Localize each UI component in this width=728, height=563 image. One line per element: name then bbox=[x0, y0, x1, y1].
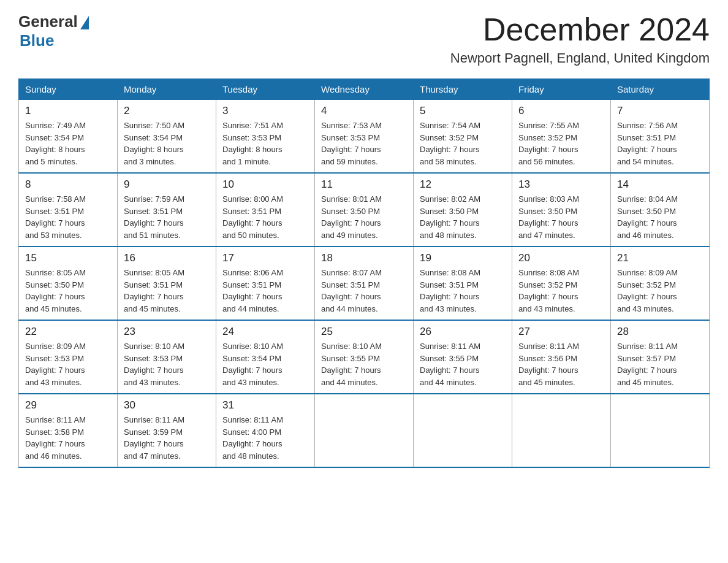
day-number: 20 bbox=[518, 252, 604, 264]
calendar-cell: 19 Sunrise: 8:08 AMSunset: 3:51 PMDaylig… bbox=[414, 247, 512, 320]
day-info: Sunrise: 7:58 AMSunset: 3:51 PMDaylight:… bbox=[25, 194, 86, 240]
column-header-sunday: Sunday bbox=[19, 79, 118, 100]
calendar-week-2: 8 Sunrise: 7:58 AMSunset: 3:51 PMDayligh… bbox=[19, 173, 710, 247]
calendar-cell bbox=[315, 394, 414, 467]
calendar-cell: 8 Sunrise: 7:58 AMSunset: 3:51 PMDayligh… bbox=[19, 173, 118, 247]
day-info: Sunrise: 8:07 AMSunset: 3:51 PMDaylight:… bbox=[321, 268, 382, 313]
day-info: Sunrise: 7:53 AMSunset: 3:53 PMDaylight:… bbox=[321, 121, 382, 166]
day-number: 3 bbox=[222, 105, 308, 117]
logo-triangle-icon bbox=[80, 16, 89, 29]
calendar-cell bbox=[512, 394, 611, 467]
day-info: Sunrise: 8:06 AMSunset: 3:51 PMDaylight:… bbox=[222, 268, 283, 313]
day-number: 19 bbox=[420, 252, 506, 264]
day-number: 13 bbox=[518, 178, 604, 191]
column-header-monday: Monday bbox=[118, 79, 216, 100]
calendar-cell: 6 Sunrise: 7:55 AMSunset: 3:52 PMDayligh… bbox=[512, 100, 611, 174]
day-number: 10 bbox=[222, 178, 308, 191]
day-number: 27 bbox=[518, 326, 604, 338]
day-info: Sunrise: 7:49 AMSunset: 3:54 PMDaylight:… bbox=[25, 121, 86, 166]
calendar-cell: 14 Sunrise: 8:04 AMSunset: 3:50 PMDaylig… bbox=[611, 173, 710, 247]
day-info: Sunrise: 8:03 AMSunset: 3:50 PMDaylight:… bbox=[518, 194, 579, 240]
day-info: Sunrise: 8:11 AMSunset: 4:00 PMDaylight:… bbox=[222, 415, 283, 461]
calendar-cell: 13 Sunrise: 8:03 AMSunset: 3:50 PMDaylig… bbox=[512, 173, 611, 247]
calendar-cell: 23 Sunrise: 8:10 AMSunset: 3:53 PMDaylig… bbox=[118, 320, 216, 394]
day-number: 12 bbox=[420, 178, 506, 191]
logo: General Blue bbox=[18, 12, 89, 50]
day-info: Sunrise: 8:11 AMSunset: 3:55 PMDaylight:… bbox=[420, 342, 480, 387]
day-number: 7 bbox=[617, 105, 703, 117]
calendar-cell: 5 Sunrise: 7:54 AMSunset: 3:52 PMDayligh… bbox=[414, 100, 512, 174]
calendar-cell: 7 Sunrise: 7:56 AMSunset: 3:51 PMDayligh… bbox=[611, 100, 710, 174]
day-number: 28 bbox=[617, 326, 703, 338]
column-header-saturday: Saturday bbox=[611, 79, 710, 100]
day-number: 30 bbox=[124, 399, 210, 412]
calendar-cell: 26 Sunrise: 8:11 AMSunset: 3:55 PMDaylig… bbox=[414, 320, 512, 394]
day-info: Sunrise: 8:11 AMSunset: 3:58 PMDaylight:… bbox=[25, 415, 86, 461]
day-info: Sunrise: 7:59 AMSunset: 3:51 PMDaylight:… bbox=[124, 194, 184, 240]
day-number: 6 bbox=[518, 105, 604, 117]
day-number: 31 bbox=[222, 399, 308, 412]
header-row: SundayMondayTuesdayWednesdayThursdayFrid… bbox=[19, 79, 710, 100]
day-number: 8 bbox=[25, 178, 111, 191]
calendar-week-5: 29 Sunrise: 8:11 AMSunset: 3:58 PMDaylig… bbox=[19, 394, 710, 467]
calendar-week-4: 22 Sunrise: 8:09 AMSunset: 3:53 PMDaylig… bbox=[19, 320, 710, 394]
day-info: Sunrise: 7:50 AMSunset: 3:54 PMDaylight:… bbox=[124, 121, 184, 166]
title-section: December 2024 Newport Pagnell, England, … bbox=[450, 12, 710, 66]
day-info: Sunrise: 8:05 AMSunset: 3:50 PMDaylight:… bbox=[25, 268, 86, 313]
column-header-tuesday: Tuesday bbox=[216, 79, 315, 100]
day-number: 9 bbox=[124, 178, 210, 191]
calendar-cell: 16 Sunrise: 8:05 AMSunset: 3:51 PMDaylig… bbox=[118, 247, 216, 320]
day-info: Sunrise: 8:11 AMSunset: 3:59 PMDaylight:… bbox=[124, 415, 184, 461]
day-number: 4 bbox=[321, 105, 407, 117]
calendar-cell: 15 Sunrise: 8:05 AMSunset: 3:50 PMDaylig… bbox=[19, 247, 118, 320]
day-number: 24 bbox=[222, 326, 308, 338]
logo-general-text: General bbox=[18, 12, 78, 31]
day-info: Sunrise: 8:11 AMSunset: 3:56 PMDaylight:… bbox=[518, 342, 579, 387]
day-number: 17 bbox=[222, 252, 308, 264]
calendar-cell: 18 Sunrise: 8:07 AMSunset: 3:51 PMDaylig… bbox=[315, 247, 414, 320]
column-header-wednesday: Wednesday bbox=[315, 79, 414, 100]
day-info: Sunrise: 8:09 AMSunset: 3:53 PMDaylight:… bbox=[25, 342, 86, 387]
day-info: Sunrise: 8:02 AMSunset: 3:50 PMDaylight:… bbox=[420, 194, 480, 240]
calendar-cell: 9 Sunrise: 7:59 AMSunset: 3:51 PMDayligh… bbox=[118, 173, 216, 247]
day-number: 16 bbox=[124, 252, 210, 264]
day-number: 23 bbox=[124, 326, 210, 338]
day-info: Sunrise: 7:51 AMSunset: 3:53 PMDaylight:… bbox=[222, 121, 283, 166]
calendar-cell: 31 Sunrise: 8:11 AMSunset: 4:00 PMDaylig… bbox=[216, 394, 315, 467]
day-number: 1 bbox=[25, 105, 111, 117]
day-number: 14 bbox=[617, 178, 703, 191]
column-header-thursday: Thursday bbox=[414, 79, 512, 100]
calendar-cell bbox=[414, 394, 512, 467]
calendar-cell: 30 Sunrise: 8:11 AMSunset: 3:59 PMDaylig… bbox=[118, 394, 216, 467]
calendar-table: SundayMondayTuesdayWednesdayThursdayFrid… bbox=[18, 79, 710, 468]
day-info: Sunrise: 8:08 AMSunset: 3:52 PMDaylight:… bbox=[518, 268, 579, 313]
day-info: Sunrise: 7:56 AMSunset: 3:51 PMDaylight:… bbox=[617, 121, 678, 166]
page-header: General Blue December 2024 Newport Pagne… bbox=[18, 12, 710, 66]
day-number: 11 bbox=[321, 178, 407, 191]
calendar-body: 1 Sunrise: 7:49 AMSunset: 3:54 PMDayligh… bbox=[19, 100, 710, 468]
calendar-header: SundayMondayTuesdayWednesdayThursdayFrid… bbox=[19, 79, 710, 100]
day-info: Sunrise: 8:11 AMSunset: 3:57 PMDaylight:… bbox=[617, 342, 678, 387]
day-number: 5 bbox=[420, 105, 506, 117]
day-info: Sunrise: 7:55 AMSunset: 3:52 PMDaylight:… bbox=[518, 121, 579, 166]
day-info: Sunrise: 8:08 AMSunset: 3:51 PMDaylight:… bbox=[420, 268, 480, 313]
calendar-cell: 2 Sunrise: 7:50 AMSunset: 3:54 PMDayligh… bbox=[118, 100, 216, 174]
calendar-cell: 25 Sunrise: 8:10 AMSunset: 3:55 PMDaylig… bbox=[315, 320, 414, 394]
day-info: Sunrise: 8:10 AMSunset: 3:54 PMDaylight:… bbox=[222, 342, 283, 387]
day-info: Sunrise: 8:00 AMSunset: 3:51 PMDaylight:… bbox=[222, 194, 283, 240]
calendar-cell: 1 Sunrise: 7:49 AMSunset: 3:54 PMDayligh… bbox=[19, 100, 118, 174]
day-number: 29 bbox=[25, 399, 111, 412]
day-number: 21 bbox=[617, 252, 703, 264]
calendar-cell bbox=[611, 394, 710, 467]
calendar-cell: 12 Sunrise: 8:02 AMSunset: 3:50 PMDaylig… bbox=[414, 173, 512, 247]
calendar-cell: 29 Sunrise: 8:11 AMSunset: 3:58 PMDaylig… bbox=[19, 394, 118, 467]
logo-blue-text: Blue bbox=[20, 31, 54, 50]
day-info: Sunrise: 8:10 AMSunset: 3:53 PMDaylight:… bbox=[124, 342, 184, 387]
column-header-friday: Friday bbox=[512, 79, 611, 100]
day-info: Sunrise: 8:10 AMSunset: 3:55 PMDaylight:… bbox=[321, 342, 382, 387]
day-number: 2 bbox=[124, 105, 210, 117]
calendar-cell: 20 Sunrise: 8:08 AMSunset: 3:52 PMDaylig… bbox=[512, 247, 611, 320]
day-number: 25 bbox=[321, 326, 407, 338]
day-number: 15 bbox=[25, 252, 111, 264]
calendar-cell: 3 Sunrise: 7:51 AMSunset: 3:53 PMDayligh… bbox=[216, 100, 315, 174]
